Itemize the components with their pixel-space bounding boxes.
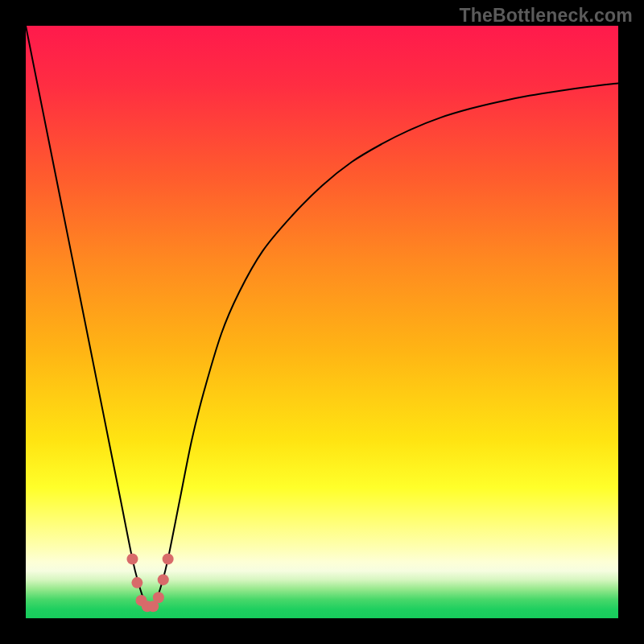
plot-area (26, 26, 618, 618)
marker-point (153, 592, 164, 603)
bottleneck-curve (26, 26, 618, 606)
marker-point (126, 553, 138, 564)
marker-point (158, 574, 169, 585)
marker-point (131, 577, 142, 588)
marker-point (163, 553, 174, 564)
curve-layer (26, 26, 618, 618)
chart-frame: TheBottleneck.com (0, 0, 644, 644)
watermark-text: TheBottleneck.com (459, 5, 633, 27)
minimum-markers (126, 553, 173, 612)
